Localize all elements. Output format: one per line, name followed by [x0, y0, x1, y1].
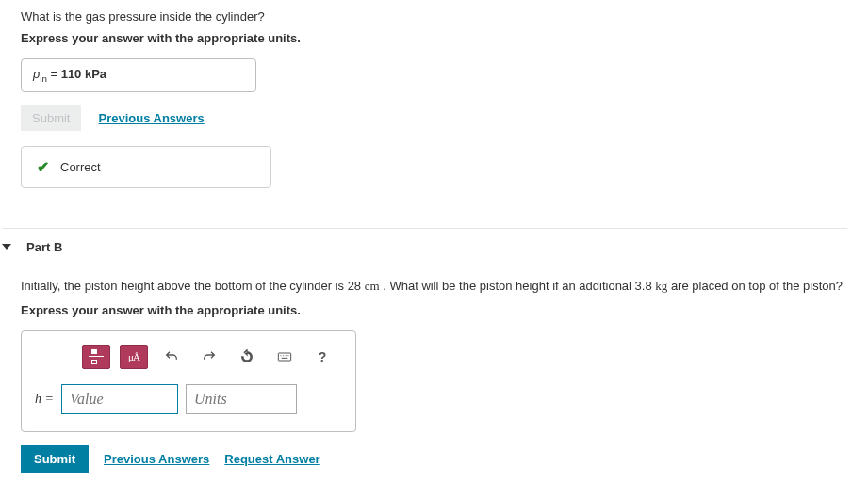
part-b-question: Initially, the piston height above the b…: [21, 279, 847, 294]
previous-answers-link[interactable]: Previous Answers: [98, 111, 204, 125]
h-variable-label: h =: [35, 392, 54, 407]
submit-button[interactable]: Submit: [21, 445, 89, 473]
value-input[interactable]: [61, 384, 178, 414]
special-char-tool-button[interactable]: μÅ: [120, 345, 148, 369]
q-unit2: kg: [655, 279, 667, 293]
formula-toolbar: μÅ ?: [82, 345, 342, 369]
fraction-tool-button[interactable]: [82, 345, 110, 369]
part-b-header[interactable]: Part B: [2, 228, 847, 254]
part-b-section: Initially, the piston height above the b…: [21, 279, 847, 483]
redo-icon: [202, 349, 217, 364]
part-a-actions: Submit Previous Answers: [21, 105, 847, 131]
help-button[interactable]: ?: [308, 345, 336, 369]
answer-subscript: in: [40, 73, 47, 84]
instruction-text: Express your answer with the appropriate…: [21, 31, 847, 45]
keyboard-icon: [277, 349, 292, 364]
keyboard-button[interactable]: [270, 345, 299, 369]
answer-value: 110 kPa: [61, 67, 106, 81]
previous-answers-link[interactable]: Previous Answers: [104, 452, 209, 466]
fraction-icon: [89, 349, 104, 364]
part-b-title: Part B: [26, 240, 62, 254]
reset-button[interactable]: [233, 345, 261, 369]
answer-input-row: h =: [35, 384, 342, 414]
part-b-instruction: Express your answer with the appropriate…: [21, 303, 847, 317]
q-unit1: cm: [365, 279, 380, 293]
request-answer-link[interactable]: Request Answer: [224, 452, 319, 466]
submit-button: Submit: [21, 105, 81, 131]
svg-rect-0: [278, 353, 290, 361]
q-pre: Initially, the piston height above the b…: [21, 279, 365, 293]
feedback-correct: ✔ Correct: [21, 146, 271, 188]
answer-input-panel: μÅ ? h =: [21, 330, 356, 432]
feedback-text: Correct: [60, 160, 101, 174]
question-text: What is the gas pressure inside the cyli…: [21, 9, 847, 24]
q-post: are placed on top of the piston?: [667, 279, 843, 293]
units-input[interactable]: [186, 384, 297, 414]
q-mid: . What will be the piston height if an a…: [380, 279, 656, 293]
part-b-actions: Submit Previous Answers Request Answer: [21, 445, 847, 473]
undo-icon: [164, 349, 179, 364]
check-icon: ✔: [37, 158, 49, 176]
reset-icon: [239, 349, 254, 364]
undo-button[interactable]: [157, 345, 186, 369]
answer-equals: =: [47, 67, 61, 81]
part-a-section: What is the gas pressure inside the cyli…: [21, 9, 847, 188]
caret-down-icon: [2, 244, 11, 250]
redo-button[interactable]: [195, 345, 223, 369]
mu-angstrom-icon: μÅ: [128, 351, 139, 362]
answer-display: pin = 110 kPa: [21, 58, 256, 92]
